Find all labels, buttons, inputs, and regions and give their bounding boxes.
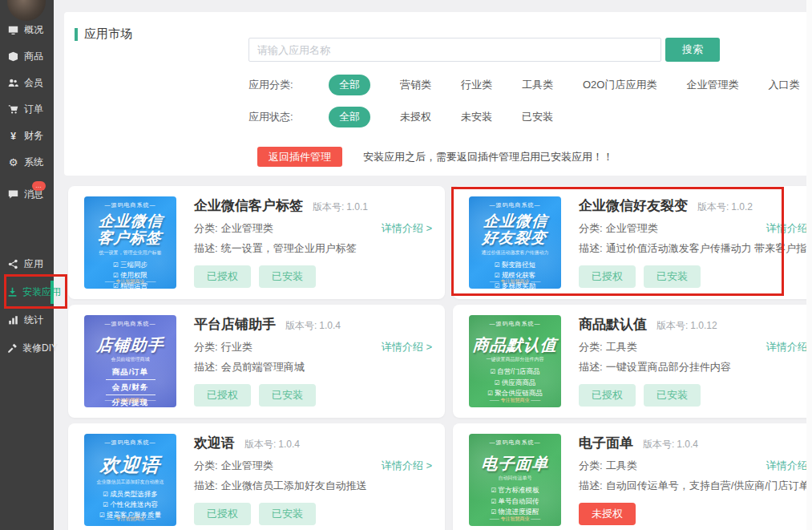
hammer-icon bbox=[7, 343, 18, 354]
sidebar-item-members[interactable]: 会员 bbox=[0, 70, 54, 96]
app-category: 企业管理类 bbox=[606, 222, 658, 234]
status-badge-unauthorized: 未授权 bbox=[579, 503, 636, 525]
gear-icon: ⚙ bbox=[7, 156, 19, 168]
app-cover-image: —源码电商系统— 企业微信客户标签 统一设置，管理企业用户标签 三端同步 使用权… bbox=[84, 196, 176, 289]
detail-link[interactable]: 详情介绍 > bbox=[382, 340, 432, 354]
notice-row: 返回插件管理 安装应用之后，需要返回插件管理启用已安装应用！！ bbox=[257, 147, 613, 167]
install-notice-text: 安装应用之后，需要返回插件管理启用已安装应用！！ bbox=[363, 150, 613, 164]
app-card: —源码电商系统— 商品默认值 一键设置商品部分挂件内容 自营/门店商品 供应商商… bbox=[453, 305, 812, 418]
app-description: 一键设置商品部分挂件内容 bbox=[606, 361, 731, 373]
sidebar-item-install-apps[interactable]: 安装应用 bbox=[0, 278, 54, 306]
app-cover-image: —源码电商系统— 欢迎语 企业微信员工添加好友自动推送 成员类型选择多 个性化推… bbox=[84, 434, 176, 526]
sidebar-item-label: 会员 bbox=[24, 76, 43, 90]
title-accent-bar bbox=[75, 28, 78, 41]
app-cover-image: —源码电商系统— 商品默认值 一键设置商品部分挂件内容 自营/门店商品 供应商商… bbox=[469, 315, 561, 407]
share-nodes-icon bbox=[7, 259, 19, 269]
app-cover-image: —源码电商系统— 店铺助手 会员前端管理商城 商品/订单 会员/财务 分类/提现… bbox=[84, 315, 176, 407]
sidebar-item-label: 系统 bbox=[24, 156, 43, 169]
app-version: 1.0.4 bbox=[677, 439, 698, 450]
status-badge-installed: 已安装 bbox=[644, 265, 701, 288]
detail-link[interactable]: 详情介绍 > bbox=[382, 221, 432, 236]
sidebar-item-statistics[interactable]: 统计 bbox=[0, 306, 54, 334]
members-icon bbox=[7, 78, 19, 88]
sidebar-item-finance[interactable]: ¥ 财务 bbox=[0, 123, 54, 149]
app-name: 欢迎语 bbox=[194, 434, 235, 452]
app-cover-image: —源码电商系统— 电子面单 自动回传运单号 官方标准模板 单号自动回传 物流进度… bbox=[469, 434, 561, 526]
app-category: 工具类 bbox=[606, 341, 637, 353]
sidebar-item-apps[interactable]: 应用 bbox=[0, 250, 54, 278]
sidebar-item-label: 统计 bbox=[24, 314, 43, 327]
sidebar: 概况 商品 会员 订单 ¥ 财务 ⚙ 系统 bbox=[0, 0, 54, 530]
category-option-all[interactable]: 全部 bbox=[329, 75, 370, 95]
app-version: 1.0.4 bbox=[319, 320, 341, 331]
app-category: 企业管理类 bbox=[221, 222, 273, 234]
app-version: 1.0.2 bbox=[731, 201, 753, 212]
page-title: 应用市场 bbox=[75, 26, 132, 42]
status-badge-authorized: 已授权 bbox=[579, 265, 636, 288]
category-option[interactable]: O2O门店应用类 bbox=[583, 78, 656, 92]
sidebar-item-orders[interactable]: 订单 bbox=[0, 96, 54, 123]
app-version: 1.0.4 bbox=[278, 439, 300, 450]
sidebar-item-goods[interactable]: 商品 bbox=[0, 43, 54, 70]
sidebar-item-messages[interactable]: 消息 … bbox=[0, 181, 54, 208]
cart-icon bbox=[7, 104, 19, 115]
status-badge-installed: 已安装 bbox=[259, 265, 316, 288]
detail-link[interactable]: 详情介绍 > bbox=[766, 221, 812, 236]
detail-link[interactable]: 详情介绍 > bbox=[382, 459, 432, 473]
status-option[interactable]: 已安装 bbox=[522, 110, 553, 124]
sidebar-item-label: 财务 bbox=[24, 129, 43, 143]
status-badge-installed: 已安装 bbox=[259, 384, 316, 407]
app-name: 企业微信好友裂变 bbox=[579, 196, 688, 215]
status-badge-installed: 已安装 bbox=[644, 384, 701, 407]
app-description: 自动回传运单号，支持自营/供应商/门店订单 bbox=[606, 479, 810, 492]
category-option[interactable]: 行业类 bbox=[461, 78, 492, 92]
filter-panel: 应用市场 搜索 应用分类: 全部 营销类 行业类 工具类 O2O门店应用类 企业… bbox=[64, 12, 812, 176]
sidebar-item-diy[interactable]: 装修DIY bbox=[0, 334, 54, 362]
status-option[interactable]: 未安装 bbox=[461, 110, 492, 124]
search-row: 搜索 bbox=[248, 38, 720, 62]
chat-bubble-icon bbox=[7, 189, 19, 200]
category-option[interactable]: 营销类 bbox=[400, 78, 431, 92]
status-option-all[interactable]: 全部 bbox=[329, 107, 370, 127]
filter-row-category: 应用分类: 全部 营销类 行业类 工具类 O2O门店应用类 企业管理类 入口类 bbox=[248, 75, 799, 95]
status-badge-authorized: 已授权 bbox=[194, 265, 251, 288]
app-market-page: 概况 商品 会员 订单 ¥ 财务 ⚙ 系统 bbox=[0, 0, 812, 530]
detail-link[interactable]: 详情介绍 > bbox=[766, 459, 812, 473]
app-card: —源码电商系统— 欢迎语 企业微信员工添加好友自动推送 成员类型选择多 个性化推… bbox=[68, 423, 445, 530]
goods-icon bbox=[7, 51, 19, 62]
sidebar-item-label: 订单 bbox=[24, 103, 43, 116]
bar-chart-icon bbox=[7, 315, 19, 326]
search-button[interactable]: 搜索 bbox=[665, 38, 720, 62]
search-input[interactable] bbox=[248, 38, 661, 62]
status-option[interactable]: 未授权 bbox=[400, 110, 431, 124]
app-name: 企业微信客户标签 bbox=[194, 196, 303, 215]
status-badge-authorized: 已授权 bbox=[194, 503, 251, 525]
status-badge-authorized: 已授权 bbox=[579, 384, 636, 407]
status-badge-authorized: 已授权 bbox=[194, 384, 251, 407]
app-category: 工具类 bbox=[606, 459, 637, 471]
app-card: —源码电商系统— 企业微信好友裂变 通过价值活动激发客户传播动力 裂变路径短 规… bbox=[453, 186, 812, 299]
back-to-plugins-button[interactable]: 返回插件管理 bbox=[257, 147, 342, 167]
app-card: —源码电商系统— 企业微信客户标签 统一设置，管理企业用户标签 三端同步 使用权… bbox=[68, 186, 445, 299]
app-cards-grid: —源码电商系统— 企业微信客户标签 统一设置，管理企业用户标签 三端同步 使用权… bbox=[68, 186, 812, 530]
app-version: 1.0.1 bbox=[346, 201, 368, 212]
status-badge-installed: 已安装 bbox=[259, 503, 316, 525]
app-name: 电子面单 bbox=[579, 434, 633, 452]
scrollbar-track[interactable] bbox=[806, 0, 812, 530]
category-option[interactable]: 企业管理类 bbox=[686, 78, 738, 92]
sidebar-item-system[interactable]: ⚙ 系统 bbox=[0, 149, 54, 176]
sidebar-item-label: 商品 bbox=[24, 50, 43, 63]
app-card: —源码电商系统— 店铺助手 会员前端管理商城 商品/订单 会员/财务 分类/提现… bbox=[68, 305, 445, 418]
sidebar-item-label: 应用 bbox=[24, 257, 43, 271]
detail-link[interactable]: 详情介绍 > bbox=[766, 340, 812, 354]
category-option[interactable]: 工具类 bbox=[522, 78, 553, 92]
app-description: 会员前端管理商城 bbox=[221, 361, 305, 373]
app-version: 1.0.12 bbox=[690, 320, 717, 331]
overview-icon bbox=[7, 25, 19, 35]
app-description: 统一设置，管理企业用户标签 bbox=[221, 242, 357, 254]
sidebar-item-label: 安装应用 bbox=[22, 285, 61, 299]
sidebar-item-label: 装修DIY bbox=[22, 342, 58, 355]
sidebar-item-overview[interactable]: 概况 bbox=[0, 17, 54, 43]
category-option[interactable]: 入口类 bbox=[768, 78, 799, 92]
app-description: 通过价值活动激发客户传播动力 带来客户指数级新增 bbox=[606, 242, 812, 254]
